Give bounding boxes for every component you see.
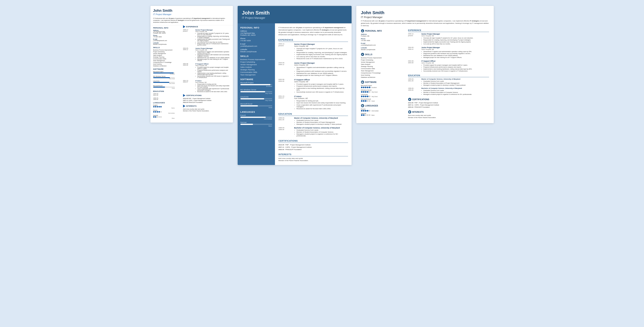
card3-name: John Smith	[361, 10, 489, 15]
experience-entry: 2002-08 -2004-09 IT Support Officer Seto…	[278, 78, 348, 93]
software-item: Linux/Unix Very Good	[361, 94, 404, 97]
card2-edu-title: Education	[278, 113, 348, 116]
card1-software-list: Microsoft Project ExcellentMS Windows Se…	[153, 71, 181, 89]
education-entry: 1996-09 -1999-06 Bachelor of Computer Sc…	[278, 127, 348, 137]
card3-interests-list: Avid cross country skier and cyclist.Mem…	[408, 114, 489, 118]
language-item: French Intermediate	[240, 114, 272, 120]
card2-experience-list: 2006-12 -present Senior Project Manager …	[278, 43, 348, 110]
card1-software-title: Software	[153, 68, 181, 70]
card1-body: Personal Info Address 134 Rightward WayP…	[150, 25, 233, 122]
card2-summary: IT Professional with over 10 years of ex…	[278, 26, 348, 36]
triangle-icon	[183, 25, 186, 28]
card2-lang-title: Languages	[240, 111, 272, 113]
card2-skills-list: Business Process ImprovementProject Sche…	[240, 58, 272, 76]
card1-edu-2: 1996-09 -1999-06	[153, 98, 181, 100]
card2-software-title: Software	[240, 78, 272, 80]
triangle-icon-2	[183, 94, 186, 97]
card1-left: Personal Info Address 134 Rightward WayP…	[153, 25, 181, 120]
skill-item: Business Process Improvement	[240, 58, 272, 60]
skill-item: Comprehensive IT Knowledge	[153, 62, 181, 63]
skill-item: Vendor Management	[361, 61, 404, 63]
skill-item: Strategic Planning	[361, 66, 404, 67]
skill-item: Comprehensive IT Knowledge	[361, 72, 404, 74]
experience-entry: 2006-12 -present Senior Project Manager …	[183, 29, 230, 46]
card1-summary: IT Professional with over 10 years of ex…	[150, 18, 233, 25]
skill-item: Team Management	[240, 74, 272, 76]
skill-item: Sales Analysis	[240, 66, 272, 68]
experience-entry: 2002-08 -2004-09 IT Support Officer Seto…	[408, 60, 489, 72]
skill-item: Business Process Improvement	[361, 57, 404, 59]
skill-item: Project Scheduling	[361, 59, 404, 61]
education-entry: 1999-09 -2001-05 Master of Computer Scie…	[408, 78, 489, 86]
card3-skills-title: Skills	[361, 53, 404, 56]
skill-item: Issue tracking	[361, 74, 404, 76]
card1-phone: Phone 774-987-4009	[153, 35, 181, 38]
language-item: French Intermediate	[153, 110, 181, 114]
card1-email: E-mail j.smith@uptowork.com	[153, 38, 181, 41]
cert-item: 2010-05 PMP - Project Management Institu…	[183, 98, 230, 99]
card3-software-title: Software	[361, 80, 404, 84]
skill-item: Vendor Management	[153, 53, 181, 54]
skill-item: Sales Analysis	[361, 64, 404, 65]
card2-langs-list: French IntermediateGerman Basic	[240, 114, 272, 127]
experience-entry: 2006-12 -present Senior Project Manager …	[278, 43, 348, 60]
card2-right-col: IT Professional with over 10 years of ex…	[275, 23, 352, 165]
card2-name: John Smith	[242, 10, 347, 16]
interest-item: Avid cross country skier and cyclist.	[183, 108, 230, 110]
skill-item: Strategic Planning	[240, 69, 272, 71]
card2-skills-title: Skills	[240, 55, 272, 57]
resume-card-1: John Smith IT Project Manager IT Profess…	[150, 6, 233, 122]
card1-right: Experience 2006-12 -present Senior Proje…	[183, 25, 230, 120]
language-item: Spanish Basic	[153, 115, 181, 119]
card2-body: Personal Info Address 134 Rightward WayP…	[238, 23, 352, 165]
card3-software-list: Microsoft Project Excellent Windows Serv…	[361, 85, 404, 102]
card2-education-list: 1999-09 -2001-05 Master of Computer Scie…	[278, 117, 348, 137]
software-item: MS Windows Server Very Good	[153, 76, 181, 79]
skill-item: Strategic Planning	[153, 56, 181, 58]
card2-header: John Smith IT Project Manager	[238, 6, 352, 23]
software-item: Microsoft Project Excellent	[240, 82, 272, 87]
cert-item: 2003-04 PRINCE2® Foundation	[183, 102, 230, 103]
interest-item: Avid cross country skier and cyclist.	[278, 158, 348, 159]
language-item: Spanish Basic	[361, 112, 404, 116]
skill-item: Communication Skills	[361, 68, 404, 70]
card2-cert-title: Certifications	[278, 140, 348, 143]
software-item: MS Windows Server Very Good	[240, 89, 272, 94]
language-item: English Native	[153, 104, 181, 108]
experience-entry: 2004-09 -2006-12 Junior Project Manager …	[278, 62, 348, 76]
cert-item: 2007-11 CAPM - Project Management Instit…	[183, 100, 230, 101]
card3-interests-title: Interests	[408, 110, 489, 114]
card1-skills-list: Business Process ImprovementProject Sche…	[153, 49, 181, 66]
skill-item: Project Scheduling	[240, 61, 272, 63]
interest-item: Member of the Parent Teacher Association…	[278, 160, 348, 162]
cert-item: 2003-04PRINCE2® Foundation	[278, 149, 348, 150]
card1-lang-title: Languages	[153, 102, 181, 104]
card3-body: Personal Info Address Portland, ME Phone…	[361, 29, 489, 119]
language-item: German Basic	[240, 121, 272, 127]
card3-langs-list: French Intermediate Spanish Basic	[361, 108, 404, 116]
card3-phone: Phone 774-987-4009	[361, 38, 404, 42]
card3-personal-info-title: Personal Info	[361, 29, 404, 32]
skill-item: Vendor Management	[240, 64, 272, 66]
experience-entry: 2004-09 -2006-12 Junior Project Manager …	[183, 48, 230, 62]
card1-header: John Smith IT Project Manager	[150, 6, 233, 18]
card3-cert-title: Certifications	[408, 98, 489, 101]
cert-icon	[408, 98, 411, 101]
language-item: French Intermediate	[361, 108, 404, 112]
card3-edu-title: Education	[408, 74, 489, 77]
skills-icon	[361, 53, 364, 56]
card1-langs-list: English NativeFrench IntermediateSpanish…	[153, 104, 181, 119]
card3-lang-title: Languages	[361, 104, 404, 107]
skill-item: Team Management	[361, 70, 404, 72]
interest-item: Avid cross country skier and cyclist.	[408, 114, 489, 116]
cert-item: 2007-11CAPM - Project Management Institu…	[278, 146, 348, 148]
card1-edu-1: 1999-09 -2001-05	[153, 93, 181, 96]
interest-item: Member of the Parent Teacher Association…	[408, 117, 489, 118]
languages-icon	[361, 104, 364, 107]
skill-item: Database architecture	[361, 76, 404, 78]
card1-name: John Smith	[153, 9, 230, 13]
card2-title: IT Project Manager	[242, 16, 347, 20]
software-icon	[361, 80, 364, 84]
interest-item: Member of the Parent Teacher Association…	[183, 110, 230, 112]
card3-right-col: Experience 2006-12 -present Senior Proje…	[408, 29, 489, 119]
